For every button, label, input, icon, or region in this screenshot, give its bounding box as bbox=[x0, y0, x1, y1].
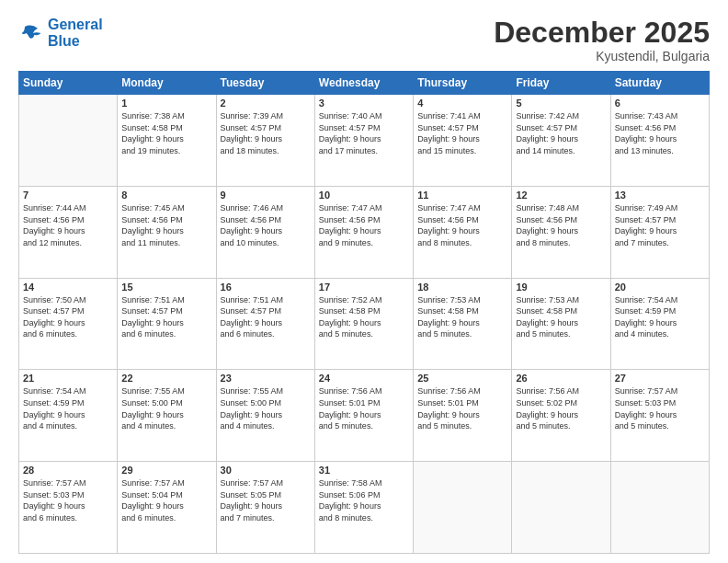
calendar-cell: 26Sunrise: 7:56 AM Sunset: 5:02 PM Dayli… bbox=[512, 370, 610, 462]
cell-content: Sunrise: 7:46 AM Sunset: 4:56 PM Dayligh… bbox=[221, 202, 311, 248]
cell-content: Sunrise: 7:47 AM Sunset: 4:56 PM Dayligh… bbox=[417, 202, 507, 248]
day-number: 9 bbox=[221, 190, 311, 201]
calendar-cell: 23Sunrise: 7:55 AM Sunset: 5:00 PM Dayli… bbox=[216, 370, 314, 462]
day-number: 18 bbox=[417, 282, 507, 293]
calendar-cell: 2Sunrise: 7:39 AM Sunset: 4:57 PM Daylig… bbox=[216, 95, 314, 187]
day-number: 16 bbox=[221, 282, 311, 293]
day-number: 8 bbox=[121, 190, 211, 201]
day-number: 2 bbox=[221, 98, 311, 109]
day-number: 26 bbox=[516, 373, 606, 384]
cell-content: Sunrise: 7:54 AM Sunset: 4:59 PM Dayligh… bbox=[23, 385, 113, 431]
calendar-cell: 6Sunrise: 7:43 AM Sunset: 4:56 PM Daylig… bbox=[610, 95, 709, 187]
day-number: 25 bbox=[417, 373, 507, 384]
week-row-5: 28Sunrise: 7:57 AM Sunset: 5:03 PM Dayli… bbox=[19, 462, 710, 554]
day-number: 21 bbox=[23, 373, 113, 384]
logo-line2: Blue bbox=[48, 33, 80, 49]
weekday-header-row: SundayMondayTuesdayWednesdayThursdayFrid… bbox=[19, 72, 710, 95]
calendar-cell: 9Sunrise: 7:46 AM Sunset: 4:56 PM Daylig… bbox=[216, 186, 314, 278]
day-number: 5 bbox=[516, 98, 606, 109]
cell-content: Sunrise: 7:56 AM Sunset: 5:01 PM Dayligh… bbox=[417, 385, 507, 431]
calendar-cell: 21Sunrise: 7:54 AM Sunset: 4:59 PM Dayli… bbox=[19, 370, 118, 462]
day-number: 3 bbox=[319, 98, 409, 109]
weekday-header-thursday: Thursday bbox=[414, 72, 512, 95]
day-number: 1 bbox=[121, 98, 211, 109]
calendar-cell: 25Sunrise: 7:56 AM Sunset: 5:01 PM Dayli… bbox=[414, 370, 512, 462]
calendar-cell: 27Sunrise: 7:57 AM Sunset: 5:03 PM Dayli… bbox=[610, 370, 709, 462]
calendar-cell: 7Sunrise: 7:44 AM Sunset: 4:56 PM Daylig… bbox=[19, 186, 118, 278]
calendar-cell: 20Sunrise: 7:54 AM Sunset: 4:59 PM Dayli… bbox=[610, 278, 709, 370]
calendar-cell: 12Sunrise: 7:48 AM Sunset: 4:56 PM Dayli… bbox=[512, 186, 610, 278]
day-number: 11 bbox=[417, 190, 507, 201]
cell-content: Sunrise: 7:55 AM Sunset: 5:00 PM Dayligh… bbox=[121, 385, 211, 431]
calendar-cell: 18Sunrise: 7:53 AM Sunset: 4:58 PM Dayli… bbox=[414, 278, 512, 370]
day-number: 14 bbox=[23, 282, 113, 293]
calendar-cell: 10Sunrise: 7:47 AM Sunset: 4:56 PM Dayli… bbox=[314, 186, 413, 278]
cell-content: Sunrise: 7:39 AM Sunset: 4:57 PM Dayligh… bbox=[221, 110, 311, 156]
day-number: 17 bbox=[319, 282, 409, 293]
weekday-header-monday: Monday bbox=[118, 72, 216, 95]
day-number: 4 bbox=[417, 98, 507, 109]
cell-content: Sunrise: 7:49 AM Sunset: 4:57 PM Dayligh… bbox=[615, 202, 705, 248]
calendar-cell: 22Sunrise: 7:55 AM Sunset: 5:00 PM Dayli… bbox=[118, 370, 216, 462]
calendar-cell: 5Sunrise: 7:42 AM Sunset: 4:57 PM Daylig… bbox=[512, 95, 610, 187]
logo-text: General Blue bbox=[48, 17, 103, 49]
day-number: 31 bbox=[319, 465, 409, 476]
cell-content: Sunrise: 7:42 AM Sunset: 4:57 PM Dayligh… bbox=[516, 110, 606, 156]
weekday-header-saturday: Saturday bbox=[610, 72, 709, 95]
day-number: 22 bbox=[121, 373, 211, 384]
calendar-table: SundayMondayTuesdayWednesdayThursdayFrid… bbox=[18, 71, 710, 554]
cell-content: Sunrise: 7:57 AM Sunset: 5:04 PM Dayligh… bbox=[121, 477, 211, 523]
calendar-cell: 29Sunrise: 7:57 AM Sunset: 5:04 PM Dayli… bbox=[118, 462, 216, 554]
day-number: 6 bbox=[615, 98, 705, 109]
cell-content: Sunrise: 7:51 AM Sunset: 4:57 PM Dayligh… bbox=[221, 294, 311, 340]
cell-content: Sunrise: 7:43 AM Sunset: 4:56 PM Dayligh… bbox=[615, 110, 705, 156]
cell-content: Sunrise: 7:44 AM Sunset: 4:56 PM Dayligh… bbox=[23, 202, 113, 248]
cell-content: Sunrise: 7:54 AM Sunset: 4:59 PM Dayligh… bbox=[615, 294, 705, 340]
day-number: 7 bbox=[23, 190, 113, 201]
calendar-cell: 13Sunrise: 7:49 AM Sunset: 4:57 PM Dayli… bbox=[610, 186, 709, 278]
calendar-cell: 3Sunrise: 7:40 AM Sunset: 4:57 PM Daylig… bbox=[314, 95, 413, 187]
month-title: December 2025 bbox=[494, 17, 710, 49]
page: General Blue December 2025 Kyustendil, B… bbox=[0, 0, 728, 563]
day-number: 15 bbox=[121, 282, 211, 293]
calendar-cell: 14Sunrise: 7:50 AM Sunset: 4:57 PM Dayli… bbox=[19, 278, 118, 370]
title-block: December 2025 Kyustendil, Bulgaria bbox=[494, 17, 710, 63]
cell-content: Sunrise: 7:40 AM Sunset: 4:57 PM Dayligh… bbox=[319, 110, 409, 156]
cell-content: Sunrise: 7:53 AM Sunset: 4:58 PM Dayligh… bbox=[516, 294, 606, 340]
logo-line1: General bbox=[48, 17, 103, 32]
header: General Blue December 2025 Kyustendil, B… bbox=[18, 17, 710, 63]
weekday-header-wednesday: Wednesday bbox=[314, 72, 413, 95]
day-number: 24 bbox=[319, 373, 409, 384]
cell-content: Sunrise: 7:56 AM Sunset: 5:01 PM Dayligh… bbox=[319, 385, 409, 431]
cell-content: Sunrise: 7:53 AM Sunset: 4:58 PM Dayligh… bbox=[417, 294, 507, 340]
calendar-cell: 17Sunrise: 7:52 AM Sunset: 4:58 PM Dayli… bbox=[314, 278, 413, 370]
day-number: 20 bbox=[615, 282, 705, 293]
day-number: 19 bbox=[516, 282, 606, 293]
calendar-cell bbox=[512, 462, 610, 554]
day-number: 28 bbox=[23, 465, 113, 476]
cell-content: Sunrise: 7:57 AM Sunset: 5:03 PM Dayligh… bbox=[23, 477, 113, 523]
cell-content: Sunrise: 7:55 AM Sunset: 5:00 PM Dayligh… bbox=[221, 385, 311, 431]
day-number: 29 bbox=[121, 465, 211, 476]
calendar-cell: 30Sunrise: 7:57 AM Sunset: 5:05 PM Dayli… bbox=[216, 462, 314, 554]
location-subtitle: Kyustendil, Bulgaria bbox=[494, 49, 710, 63]
day-number: 13 bbox=[615, 190, 705, 201]
day-number: 30 bbox=[221, 465, 311, 476]
calendar-cell: 24Sunrise: 7:56 AM Sunset: 5:01 PM Dayli… bbox=[314, 370, 413, 462]
cell-content: Sunrise: 7:57 AM Sunset: 5:03 PM Dayligh… bbox=[615, 385, 705, 431]
calendar-cell: 15Sunrise: 7:51 AM Sunset: 4:57 PM Dayli… bbox=[118, 278, 216, 370]
logo: General Blue bbox=[18, 17, 103, 49]
day-number: 10 bbox=[319, 190, 409, 201]
calendar-cell: 8Sunrise: 7:45 AM Sunset: 4:56 PM Daylig… bbox=[118, 186, 216, 278]
weekday-header-tuesday: Tuesday bbox=[216, 72, 314, 95]
weekday-header-friday: Friday bbox=[512, 72, 610, 95]
day-number: 12 bbox=[516, 190, 606, 201]
cell-content: Sunrise: 7:47 AM Sunset: 4:56 PM Dayligh… bbox=[319, 202, 409, 248]
calendar-cell bbox=[19, 95, 118, 187]
week-row-4: 21Sunrise: 7:54 AM Sunset: 4:59 PM Dayli… bbox=[19, 370, 710, 462]
weekday-header-sunday: Sunday bbox=[19, 72, 118, 95]
calendar-cell bbox=[610, 462, 709, 554]
day-number: 27 bbox=[615, 373, 705, 384]
cell-content: Sunrise: 7:56 AM Sunset: 5:02 PM Dayligh… bbox=[516, 385, 606, 431]
cell-content: Sunrise: 7:45 AM Sunset: 4:56 PM Dayligh… bbox=[121, 202, 211, 248]
